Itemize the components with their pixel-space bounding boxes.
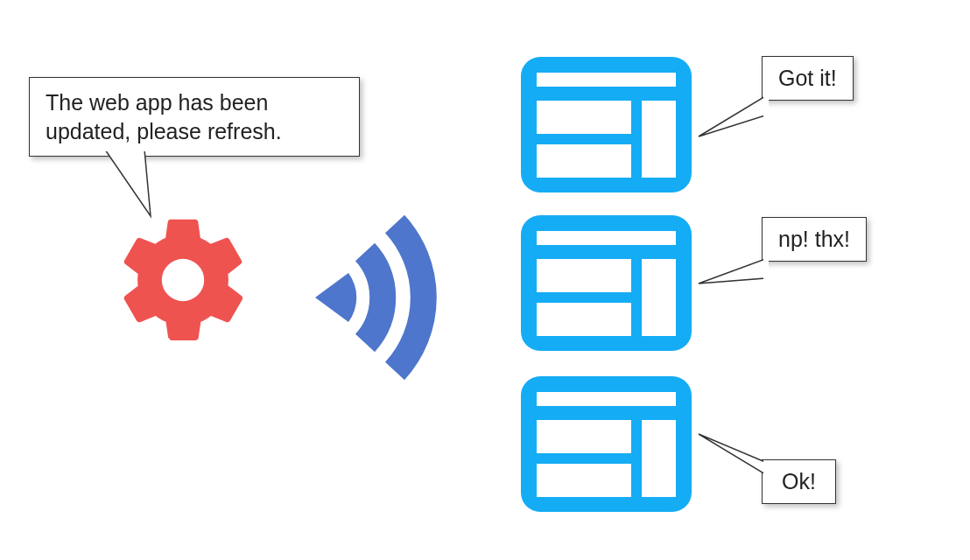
svg-rect-18 xyxy=(763,94,769,117)
browser-tab-icon xyxy=(521,57,692,192)
tab-reply-text: Got it! xyxy=(778,66,837,90)
svg-marker-19 xyxy=(699,259,765,284)
tab-reply-text: Ok! xyxy=(782,469,816,494)
svg-rect-20 xyxy=(763,257,769,280)
svg-rect-13 xyxy=(537,392,676,406)
svg-marker-17 xyxy=(699,96,765,136)
svg-marker-0 xyxy=(105,150,151,216)
broadcast-icon xyxy=(289,201,481,394)
svg-rect-14 xyxy=(537,420,631,453)
svg-rect-10 xyxy=(537,303,631,336)
tab-reply-text: np! thx! xyxy=(778,227,850,251)
svg-rect-15 xyxy=(537,464,631,497)
speech-tail-icon xyxy=(695,94,774,156)
speech-tail-icon xyxy=(695,257,774,301)
browser-tab-icon xyxy=(521,376,692,512)
tab-reply-bubble: Got it! xyxy=(762,56,854,101)
svg-rect-9 xyxy=(537,259,631,292)
svg-marker-21 xyxy=(699,434,765,474)
svg-rect-1 xyxy=(103,148,147,151)
svg-rect-16 xyxy=(642,420,676,497)
svg-rect-3 xyxy=(537,73,676,87)
speech-tail-icon xyxy=(695,429,774,477)
gear-speech-bubble: The web app has been updated, please ref… xyxy=(29,77,360,157)
svg-rect-8 xyxy=(537,231,676,245)
browser-tab-icon xyxy=(521,215,692,351)
svg-rect-5 xyxy=(537,144,631,178)
tab-reply-bubble: np! thx! xyxy=(762,217,867,262)
svg-rect-6 xyxy=(642,101,676,178)
svg-rect-11 xyxy=(642,259,676,336)
svg-rect-4 xyxy=(537,101,631,134)
gear-speech-text: The web app has been updated, please ref… xyxy=(46,90,282,144)
svg-rect-22 xyxy=(763,460,769,476)
gear-icon xyxy=(110,207,256,353)
